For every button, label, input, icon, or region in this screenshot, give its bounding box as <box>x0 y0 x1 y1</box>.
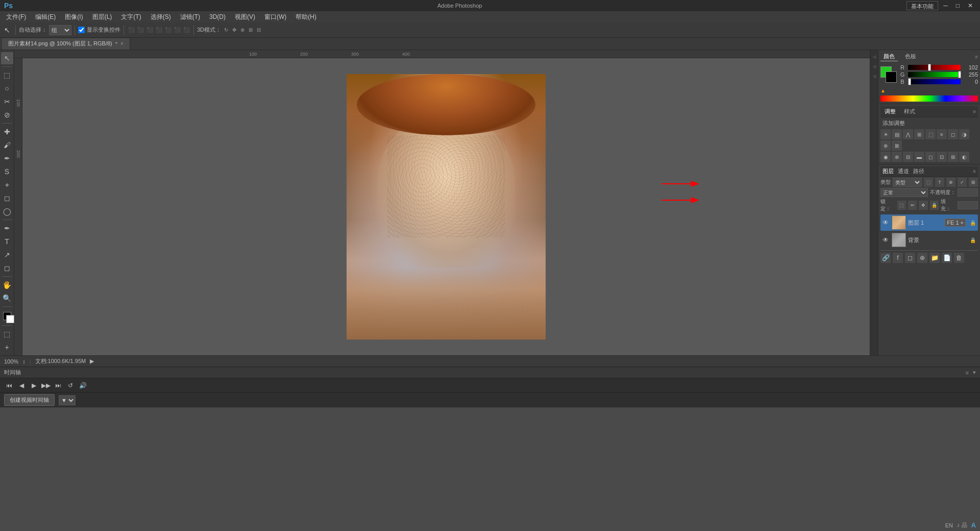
align-icon-5[interactable]: ⬛ <box>164 26 172 34</box>
layerbg-visibility[interactable]: 👁 <box>883 236 890 244</box>
quick-mask-tool[interactable]: ⬚ <box>1 328 13 340</box>
menu-type[interactable]: 文字(T) <box>117 12 145 22</box>
curves-icon[interactable]: ⋀ <box>903 129 913 139</box>
swatches-tab[interactable]: 色板 <box>902 52 919 61</box>
desaturate-icon[interactable]: ◐ <box>959 152 969 162</box>
hand-tool[interactable]: 🖐 <box>1 279 13 291</box>
menu-layer[interactable]: 图层(L) <box>88 12 116 22</box>
3d-extra-icon[interactable]: ⊟ <box>256 26 262 34</box>
fill-input[interactable]: 100% <box>958 201 978 209</box>
marquee-tool[interactable]: ⬚ <box>1 69 13 81</box>
invert-icon[interactable]: ◉ <box>880 152 891 162</box>
heal-tool[interactable]: ✚ <box>1 126 13 138</box>
menu-help[interactable]: 帮助(H) <box>291 12 321 22</box>
color-panel-menu[interactable]: ≡ <box>975 54 978 60</box>
tl-audio[interactable]: 🔊 <box>78 380 88 391</box>
layers-tab[interactable]: 图层 <box>883 167 894 175</box>
adjust-panel-header[interactable]: 调整 样式 ≡ <box>880 106 978 117</box>
menu-edit[interactable]: 编辑(E) <box>31 12 60 22</box>
vibrance-icon[interactable]: ⬚ <box>925 129 936 139</box>
new-layer-btn[interactable]: 📄 <box>942 253 952 263</box>
layer-kind-icon4[interactable]: ✓ <box>958 178 967 187</box>
foreground-color[interactable] <box>1 310 13 322</box>
panel-icon-color[interactable]: ◁ <box>871 53 878 60</box>
lock-all-btn[interactable]: 🔒 <box>930 201 939 210</box>
3d-rotate-icon[interactable]: ↻ <box>223 26 229 34</box>
create-video-timeline-button[interactable]: 创建视频时间轴 <box>4 394 55 406</box>
layers-panel-menu[interactable]: ≡ <box>973 168 976 174</box>
layer-kind-icon5[interactable]: ⊞ <box>969 178 978 187</box>
shape-tool[interactable]: ◻ <box>1 262 13 274</box>
new-adjustment-btn[interactable]: ⊕ <box>917 253 927 263</box>
show-transform-checkbox[interactable] <box>78 27 85 33</box>
document-tab[interactable]: 图片素材14.png @ 100% (图层 1, RGB/8) * × <box>2 38 130 50</box>
lock-pixels-btn[interactable]: ⬚ <box>897 201 906 210</box>
clone-tool[interactable]: ✒ <box>1 152 13 164</box>
hsl-icon[interactable]: ≡ <box>937 129 947 139</box>
zoom-tool[interactable]: 🔍 <box>1 292 13 304</box>
color-boxes[interactable] <box>880 66 897 83</box>
dodge-tool[interactable]: ◯ <box>1 205 13 218</box>
tl-skip-start[interactable]: ⏮ <box>4 380 14 391</box>
tl-skip-end[interactable]: ⏭ <box>53 380 63 391</box>
channels-tab[interactable]: 通道 <box>898 167 909 175</box>
align-icon-7[interactable]: ⬛ <box>182 26 190 34</box>
align-icon-1[interactable]: ⬛ <box>127 26 135 34</box>
eyedropper-tool[interactable]: ⊘ <box>1 109 13 121</box>
3d-camera-icon[interactable]: ⊞ <box>248 26 254 34</box>
3d-zoom-icon[interactable]: ⊕ <box>239 26 246 34</box>
doc-size-expand[interactable]: ▶ <box>90 358 94 365</box>
new-group-btn[interactable]: 📁 <box>929 253 940 263</box>
close-button[interactable]: ✕ <box>965 2 976 9</box>
maximize-button[interactable]: □ <box>953 2 963 9</box>
align-icon-2[interactable]: ⬛ <box>136 26 144 34</box>
layer-item-bg[interactable]: 👁 背景 🔒 <box>880 232 978 248</box>
timeline-options-dropdown[interactable]: ▼ <box>59 395 76 405</box>
hdr-icon[interactable]: ⊞ <box>948 152 958 162</box>
layer-kind-icon1[interactable]: ⬚ <box>924 178 933 187</box>
menu-select[interactable]: 选择(S) <box>146 12 175 22</box>
lock-paint-btn[interactable]: ✏ <box>908 201 917 210</box>
panel-icon-adjust[interactable]: ◁ <box>871 63 878 70</box>
lock-position-btn[interactable]: ✥ <box>919 201 927 210</box>
paths-tab[interactable]: 路径 <box>913 167 924 175</box>
menu-window[interactable]: 窗口(W) <box>260 12 290 22</box>
levels-icon[interactable]: ▤ <box>892 129 902 139</box>
style-tab[interactable]: 样式 <box>902 107 917 116</box>
delete-layer-btn[interactable]: 🗑 <box>954 253 964 263</box>
move-tool-icon[interactable]: ↖ <box>2 26 12 34</box>
link-layers-btn[interactable]: 🔗 <box>880 253 891 263</box>
menu-filter[interactable]: 滤镜(T) <box>176 12 204 22</box>
blend-mode-dropdown[interactable]: 正常 <box>880 188 928 197</box>
layer-style-btn[interactable]: f <box>893 253 903 263</box>
menu-image[interactable]: 图像(I) <box>61 12 87 22</box>
brightness-icon[interactable]: ☀ <box>880 129 891 139</box>
menu-file[interactable]: 文件(F) <box>2 12 30 22</box>
align-icon-4[interactable]: ⬛ <box>155 26 163 34</box>
color-tab[interactable]: 颜色 <box>880 52 898 61</box>
adjust-tab[interactable]: 调整 <box>883 107 898 116</box>
pen-tool[interactable]: ✒ <box>1 222 13 234</box>
workspace-mode[interactable]: 基本功能 <box>906 1 938 10</box>
brush-tool[interactable]: 🖌 <box>1 139 13 151</box>
path-tool[interactable]: ↗ <box>1 249 13 261</box>
shadow-icon[interactable]: ⊡ <box>937 152 947 162</box>
auto-select-dropdown[interactable]: 组 图层 <box>49 25 71 35</box>
adjust-panel-menu[interactable]: ≡ <box>973 109 976 114</box>
opacity-input[interactable]: 100% <box>958 188 978 197</box>
select-color-icon[interactable]: ◻ <box>925 152 936 162</box>
tl-play[interactable]: ▶ <box>29 380 39 391</box>
bw-icon[interactable]: ◑ <box>959 129 969 139</box>
move-tool[interactable]: ↖ <box>1 52 13 64</box>
eraser-tool[interactable]: ⌖ <box>1 179 13 191</box>
type-tool[interactable]: T <box>1 235 13 248</box>
crop-tool[interactable]: ✂ <box>1 95 13 108</box>
align-icon-6[interactable]: ⬛ <box>173 26 181 34</box>
layer-kind-icon2[interactable]: T <box>935 178 944 187</box>
align-icon-3[interactable]: ⬛ <box>145 26 154 34</box>
posterize-icon[interactable]: ⊕ <box>892 152 902 162</box>
rainbow-bar[interactable] <box>880 95 978 102</box>
timeline-menu[interactable]: ≡ <box>966 370 969 376</box>
layer-item-1[interactable]: 👁 图层 1 🔒 FE 1 + <box>880 214 978 231</box>
tab-close-button[interactable]: × <box>120 41 124 46</box>
